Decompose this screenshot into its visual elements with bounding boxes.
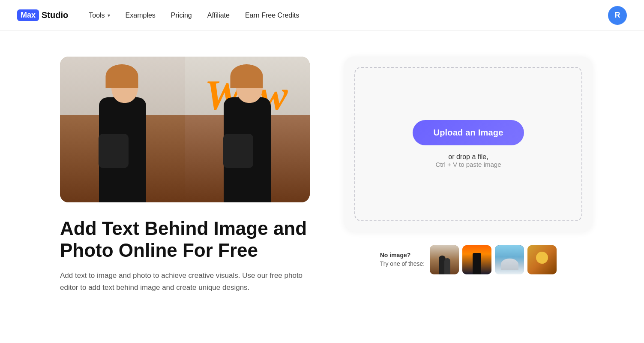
avatar[interactable]: R <box>608 6 627 25</box>
nav-earn-credits-link[interactable]: Earn Free Credits <box>245 12 299 19</box>
photo-right-panel: Wow <box>185 57 310 202</box>
hero-image: Wow <box>60 57 310 202</box>
upload-card: Upload an Image or drop a file, Ctrl + V… <box>344 57 593 232</box>
hero-title: Add Text Behind Image and Photo Online F… <box>60 218 310 261</box>
drop-text: or drop a file, Ctrl + V to paste image <box>436 153 501 168</box>
nav-examples-link[interactable]: Examples <box>126 12 156 19</box>
main-content: Wow Add Text Behind Image and Photo Onli… <box>0 31 644 319</box>
sample-thumb-1[interactable] <box>430 245 459 274</box>
nav-tools-link[interactable]: Tools <box>89 12 105 19</box>
sample-row: No image? Try one of these: <box>380 245 557 274</box>
upload-button[interactable]: Upload an Image <box>413 120 524 145</box>
sample-images <box>430 245 557 274</box>
logo[interactable]: Max Studio <box>17 9 68 21</box>
nav-tools-menu[interactable]: Tools ▾ <box>89 12 110 19</box>
logo-max: Max <box>17 9 39 21</box>
left-section: Wow Add Text Behind Image and Photo Onli… <box>60 57 310 294</box>
drop-zone[interactable]: Upload an Image or drop a file, Ctrl + V… <box>354 67 582 221</box>
navbar: Max Studio Tools ▾ Examples Pricing Affi… <box>0 0 644 31</box>
right-section: Upload an Image or drop a file, Ctrl + V… <box>344 57 593 274</box>
logo-studio: Studio <box>42 10 68 20</box>
nav-affiliate-link[interactable]: Affiliate <box>207 12 230 19</box>
nav-pricing-link[interactable]: Pricing <box>171 12 192 19</box>
hero-description: Add text to image and photo to achieve c… <box>60 270 309 294</box>
no-image-text: No image? <box>380 251 425 260</box>
sample-thumb-4[interactable] <box>527 245 557 274</box>
sample-thumb-2[interactable] <box>462 245 491 274</box>
chevron-down-icon: ▾ <box>108 12 110 18</box>
drop-line1: or drop a file, <box>436 153 501 161</box>
sample-label: No image? Try one of these: <box>380 251 425 268</box>
photo-left-panel <box>60 57 185 202</box>
drop-line2: Ctrl + V to paste image <box>436 161 501 168</box>
sample-thumb-3[interactable] <box>495 245 524 274</box>
try-label: Try one of these: <box>380 260 425 268</box>
